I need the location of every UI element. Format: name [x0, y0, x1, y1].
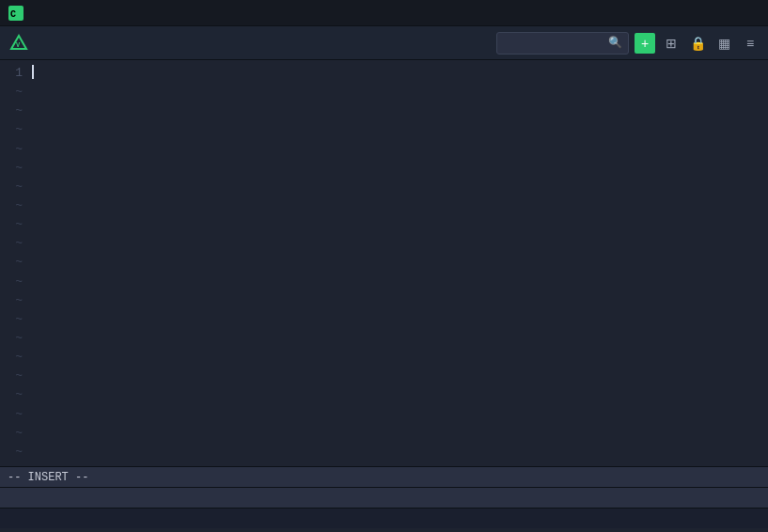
tilde-8: ~ — [0, 215, 23, 234]
cmd-icon: C — [8, 5, 24, 22]
tilde-3: ~ — [0, 120, 23, 139]
tilde-17: ~ — [0, 385, 23, 404]
tilde-12: ~ — [0, 291, 23, 310]
menu-button[interactable]: ≡ — [740, 33, 760, 54]
layout2-button[interactable]: ▦ — [713, 33, 734, 54]
tilde-5: ~ — [0, 159, 23, 178]
tilde-2: ~ — [0, 102, 23, 120]
maximize-button[interactable] — [734, 8, 745, 19]
tilde-11: ~ — [0, 273, 23, 291]
insert-mode-bar: -- INSERT -- — [0, 466, 768, 487]
add-button[interactable]: + — [635, 33, 655, 54]
tilde-10: ~ — [0, 253, 23, 272]
tilde-15: ~ — [0, 348, 23, 367]
svg-text:C: C — [10, 9, 16, 20]
tilde-7: ~ — [0, 196, 23, 215]
layout-button[interactable]: ⊞ — [661, 33, 682, 54]
tilde-16: ~ — [0, 367, 23, 385]
cursor-line — [32, 64, 768, 79]
minimize-button[interactable] — [719, 8, 730, 19]
tilde-21: ~ — [0, 462, 23, 466]
tilde-1: ~ — [0, 83, 23, 102]
vim-icon: V — [8, 32, 30, 55]
search-box[interactable]: 🔍 — [496, 32, 629, 55]
tilde-19: ~ — [0, 424, 23, 443]
tilde-9: ~ — [0, 234, 23, 253]
search-icon[interactable]: 🔍 — [608, 36, 622, 50]
title-bar: C — [0, 0, 768, 26]
line-num-1: 1 — [0, 64, 23, 83]
tilde-18: ~ — [0, 405, 23, 424]
status-bar-2 — [0, 508, 768, 528]
svg-text:V: V — [16, 41, 21, 49]
editor-area: 1 ~ ~ ~ ~ ~ ~ ~ ~ ~ ~ ~ ~ ~ ~ ~ ~ ~ ~ ~ … — [0, 60, 768, 466]
title-bar-controls — [719, 8, 760, 19]
close-button[interactable] — [749, 8, 760, 19]
toolbar: V 🔍 + ⊞ 🔒 ▦ ≡ — [0, 26, 768, 60]
tilde-13: ~ — [0, 310, 23, 329]
text-cursor — [32, 65, 34, 79]
tilde-6: ~ — [0, 178, 23, 196]
status-bar-1 — [0, 487, 768, 508]
search-input[interactable] — [503, 37, 606, 50]
lock-button[interactable]: 🔒 — [687, 33, 708, 54]
editor-content[interactable] — [28, 60, 768, 466]
tilde-20: ~ — [0, 443, 23, 462]
tilde-4: ~ — [0, 140, 23, 159]
line-numbers: 1 ~ ~ ~ ~ ~ ~ ~ ~ ~ ~ ~ ~ ~ ~ ~ ~ ~ ~ ~ … — [0, 60, 28, 466]
tilde-14: ~ — [0, 329, 23, 348]
